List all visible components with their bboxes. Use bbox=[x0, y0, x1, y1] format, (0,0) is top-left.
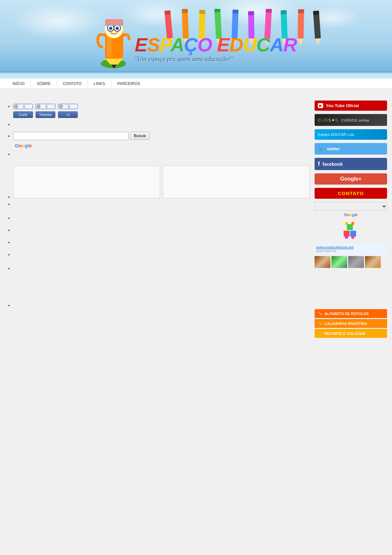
pencil-icon-alfabeto: ✏️ bbox=[318, 311, 322, 316]
nav-item-inicio[interactable]: INÍCIO bbox=[7, 80, 31, 88]
info-icon-1: i bbox=[14, 104, 18, 108]
googleplus-label: Google+ bbox=[340, 176, 361, 182]
facebook-widget: f facebook bbox=[315, 158, 387, 170]
svg-point-46 bbox=[345, 222, 348, 225]
bullet-item-4 bbox=[13, 152, 310, 161]
nav-item-sobre[interactable]: SOBRE bbox=[31, 80, 57, 88]
content-block-10 bbox=[13, 252, 310, 262]
nav-item-parceiros[interactable]: PARCEIROS bbox=[111, 80, 146, 88]
nav-item-links[interactable]: LINKS bbox=[88, 80, 111, 88]
svg-rect-45 bbox=[347, 224, 353, 230]
youtube-icon: ▶ bbox=[318, 103, 323, 108]
share-count-box-2: i 0 bbox=[36, 104, 55, 109]
share-btn-1[interactable]: Curtir bbox=[13, 111, 33, 118]
bullet-item-10 bbox=[13, 252, 310, 262]
svg-rect-39 bbox=[298, 9, 304, 13]
share-count-value-1: 0 bbox=[23, 104, 25, 108]
google-search-button[interactable]: Buscar bbox=[130, 132, 150, 140]
share-btn-3[interactable]: +1 bbox=[58, 111, 78, 118]
nav-item-contato[interactable]: CONTATO bbox=[57, 80, 88, 88]
google-search-input[interactable] bbox=[13, 132, 128, 140]
mascot-svg bbox=[95, 3, 131, 69]
thumbnail-1 bbox=[315, 256, 330, 268]
twitter-label: twitter bbox=[327, 146, 340, 151]
contato-widget: CONTATO bbox=[315, 188, 387, 199]
content-block-6 bbox=[13, 202, 310, 212]
google-search-widget: Buscar bbox=[13, 132, 310, 140]
site-name: ESPAÇO EDUCAR bbox=[135, 35, 297, 54]
contato-label: CONTATO bbox=[338, 190, 364, 196]
bullet-item-1: i 0 i 0 bbox=[13, 104, 310, 118]
googleplus-button[interactable]: Google+ bbox=[315, 173, 387, 185]
cursus-label: CURS✦S CURSOS online bbox=[318, 118, 369, 123]
svg-marker-38 bbox=[297, 38, 303, 45]
facebook-icon: f bbox=[318, 161, 320, 167]
facebook-button[interactable]: f facebook bbox=[315, 158, 387, 170]
logo-area: ESPAÇO EDUCAR "Um espaço pra quem ama ed… bbox=[135, 9, 297, 63]
espaco-loja-label: Espaço EDUCAR Loja bbox=[318, 132, 354, 136]
cloud-bar bbox=[0, 73, 392, 78]
content-block-11 bbox=[13, 266, 310, 299]
content-block-4 bbox=[13, 152, 310, 161]
svg-marker-41 bbox=[315, 38, 321, 45]
share-count-box-3: i 0 bbox=[58, 104, 78, 109]
alfabeto-label: ALFABETO DE RÓTULOS bbox=[324, 312, 369, 316]
share-count-box-1: i 0 bbox=[13, 104, 33, 109]
banner-url[interactable]: www.espacoeducar.net bbox=[316, 245, 385, 249]
sidebar-google-brand: Google bbox=[344, 213, 357, 217]
twitter-button[interactable]: 🐦 twitter bbox=[315, 143, 387, 155]
info-icon-3: i bbox=[59, 104, 63, 108]
svg-point-47 bbox=[351, 222, 354, 225]
cursus-button[interactable]: CURS✦S CURSOS online bbox=[315, 114, 387, 126]
contato-button[interactable]: CONTATO bbox=[315, 188, 387, 199]
google-logo-text: Google bbox=[15, 143, 310, 148]
sidebar: ▶ You Tube Oficial CURS✦S CURSOS online … bbox=[315, 101, 387, 338]
bullet-item-11 bbox=[13, 266, 310, 299]
toy-icon-widget bbox=[315, 221, 387, 240]
bullet-item-9 bbox=[13, 240, 310, 248]
banner-strip: www.espacoeducar.net quem ama ea bbox=[315, 244, 387, 254]
content-block-12 bbox=[13, 303, 310, 311]
cursus-widget: CURS✦S CURSOS online bbox=[315, 114, 387, 126]
site-subtitle: "Um espaço pra quem ama educação!" bbox=[135, 55, 297, 63]
recorte-label: RECORTE E COLAGEM bbox=[324, 332, 365, 336]
svg-point-49 bbox=[351, 236, 354, 239]
youtube-widget: ▶ You Tube Oficial bbox=[315, 101, 387, 111]
img-grid-cell-1 bbox=[13, 165, 160, 198]
espaco-loja-button[interactable]: Espaço EDUCAR Loja bbox=[315, 129, 387, 140]
thumbnail-2 bbox=[331, 256, 347, 268]
pencil-icon-recorte: ✏️ bbox=[318, 331, 322, 336]
youtube-label: You Tube Oficial bbox=[326, 103, 359, 108]
share-row-top: i 0 i 0 bbox=[13, 104, 310, 109]
caligrafia-label: CALIGRAFIA DIVERTIDA bbox=[324, 322, 367, 326]
sidebar-search-select[interactable] bbox=[315, 202, 387, 211]
banner-tagline: quem ama ea bbox=[316, 249, 385, 253]
bullet-item-5 bbox=[13, 165, 310, 198]
sidebar-google-label: Google bbox=[315, 212, 387, 218]
share-counter-2: i 0 bbox=[36, 104, 55, 109]
caligrafia-button[interactable]: ✏️ CALIGRAFIA DIVERTIDA bbox=[315, 319, 387, 328]
logo-text-wrapper: ESPAÇO EDUCAR "Um espaço pra quem ama ed… bbox=[135, 9, 297, 63]
twitter-icon: 🐦 bbox=[318, 146, 324, 152]
google-brand: Google bbox=[15, 143, 32, 148]
bullet-item-7 bbox=[13, 216, 310, 224]
main-bullet-list: i 0 i 0 bbox=[5, 104, 310, 311]
share-btn-2[interactable]: Tweetar bbox=[36, 111, 55, 118]
sidebar-search-widget: Google bbox=[315, 202, 387, 218]
bullet-item-12 bbox=[13, 303, 310, 311]
thumbnail-row bbox=[315, 256, 387, 268]
info-icon-2: i bbox=[37, 104, 41, 108]
bullet-item-2 bbox=[13, 121, 310, 128]
thumbnail-4 bbox=[365, 256, 381, 268]
alfabeto-button[interactable]: ✏️ ALFABETO DE RÓTULOS bbox=[315, 309, 387, 318]
thumbnail-3 bbox=[348, 256, 364, 268]
sidebar-spacer bbox=[315, 270, 387, 309]
content-block-7 bbox=[13, 216, 310, 224]
content-block-8 bbox=[13, 228, 310, 236]
share-counter-3: i 0 bbox=[58, 104, 78, 109]
recorte-button[interactable]: ✏️ RECORTE E COLAGEM bbox=[315, 329, 387, 338]
youtube-button[interactable]: ▶ You Tube Oficial bbox=[315, 101, 387, 111]
nav-bar: INÍCIO SOBRE CONTATO LINKS PARCEIROS bbox=[0, 78, 392, 89]
svg-rect-37 bbox=[298, 11, 304, 38]
toy-icon-svg bbox=[342, 221, 360, 239]
